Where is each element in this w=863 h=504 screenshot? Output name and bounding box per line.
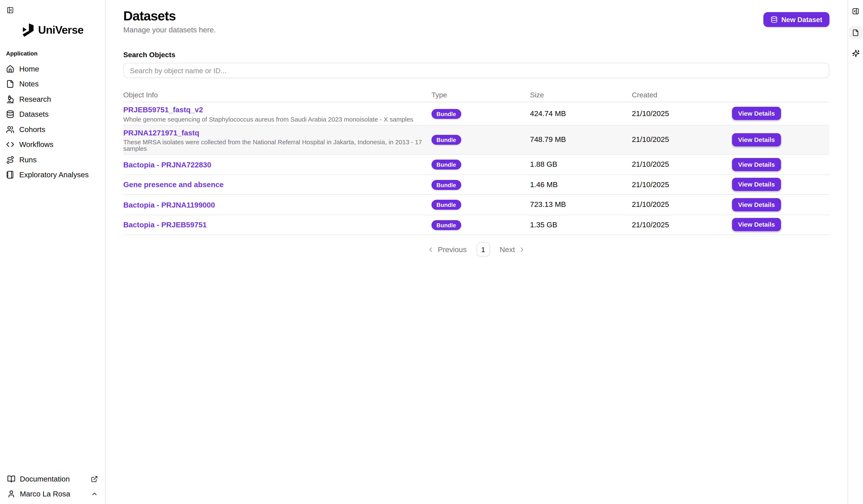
type-badge: Bundle xyxy=(432,200,461,210)
sidebar-item-cohorts[interactable]: Cohorts xyxy=(4,122,101,137)
object-link[interactable]: Gene presence and absence xyxy=(123,181,224,189)
user-name: Marco La Rosa xyxy=(20,490,70,498)
created-cell: 21/10/2025 xyxy=(632,200,732,209)
table-header: Object Info Type Size Created xyxy=(123,87,829,102)
page-heading-block: Datasets Manage your datasets here. xyxy=(123,8,216,34)
object-link[interactable]: Bactopia - PRJNA1199000 xyxy=(123,201,215,209)
next-page-button[interactable]: Next xyxy=(500,245,525,253)
size-cell: 723.13 MB xyxy=(530,200,632,209)
database-icon xyxy=(770,16,777,23)
user-icon xyxy=(7,490,15,498)
rail-ai-button[interactable] xyxy=(850,47,862,60)
sidebar-item-label: Exploratory Analyses xyxy=(19,171,89,179)
house-icon xyxy=(6,65,14,73)
view-details-button[interactable]: View Details xyxy=(732,107,781,120)
universe-logo-icon xyxy=(22,22,35,37)
sidebar-collapse-button[interactable] xyxy=(4,4,15,15)
app-root: UniVerse Application HomeNotesResearchDa… xyxy=(0,0,863,504)
table-row: PRJNA1271971_fastqThese MRSA isolates we… xyxy=(123,125,829,154)
code-icon xyxy=(6,140,14,149)
sidebar-nav: HomeNotesResearchDatasetsCohortsWorkflow… xyxy=(0,62,105,182)
right-rail xyxy=(848,0,863,504)
sparkles-icon xyxy=(852,50,860,58)
table-row: Bactopia - PRJNA1199000Bundle723.13 MB21… xyxy=(123,195,829,215)
external-link-icon xyxy=(91,475,98,482)
type-badge: Bundle xyxy=(432,160,461,170)
type-badge: Bundle xyxy=(432,180,461,190)
search-input[interactable] xyxy=(123,63,829,78)
sidebar-item-notes[interactable]: Notes xyxy=(4,77,101,91)
file-icon xyxy=(6,80,14,88)
search-label: Search Objects xyxy=(123,51,829,59)
current-page-button[interactable]: 1 xyxy=(476,242,490,256)
type-badge: Bundle xyxy=(432,109,461,119)
sidebar-item-exploratory-analyses[interactable]: Exploratory Analyses xyxy=(4,167,101,182)
page-subtitle: Manage your datasets here. xyxy=(123,26,216,34)
object-description: These MRSA isolates were collected from … xyxy=(123,139,432,152)
sidebar-item-label: Home xyxy=(19,65,39,73)
chevron-up-icon xyxy=(91,490,98,497)
view-details-button[interactable]: View Details xyxy=(732,158,781,171)
view-details-button[interactable]: View Details xyxy=(732,218,781,231)
column-header-created: Created xyxy=(632,91,732,99)
sidebar-item-label: Cohorts xyxy=(19,125,46,133)
object-link[interactable]: PRJNA1271971_fastq xyxy=(123,128,199,137)
rail-files-button[interactable] xyxy=(849,26,862,39)
created-cell: 21/10/2025 xyxy=(632,160,732,168)
object-link[interactable]: Bactopia - PRJNA722830 xyxy=(123,161,211,169)
sidebar: UniVerse Application HomeNotesResearchDa… xyxy=(0,0,106,504)
brand-name: UniVerse xyxy=(38,23,84,36)
object-description: Whole genome sequencing of Staphylococcu… xyxy=(123,116,432,122)
datasets-table: Object Info Type Size Created PRJEB59751… xyxy=(123,87,829,235)
created-cell: 21/10/2025 xyxy=(632,220,732,229)
view-details-button[interactable]: View Details xyxy=(732,178,781,191)
sidebar-item-label: Research xyxy=(19,95,51,103)
created-cell: 21/10/2025 xyxy=(632,109,732,117)
pagination: Previous 1 Next xyxy=(123,242,829,256)
main-content: Datasets Manage your datasets here. New … xyxy=(106,0,848,504)
brand-logo[interactable]: UniVerse xyxy=(0,22,105,37)
previous-page-button[interactable]: Previous xyxy=(427,245,467,253)
users-icon xyxy=(6,125,14,133)
panel-right-close-icon xyxy=(852,7,859,14)
sidebar-item-label: Runs xyxy=(19,155,37,164)
documentation-label: Documentation xyxy=(20,475,70,483)
table-body: PRJEB59751_fastq_v2Whole genome sequenci… xyxy=(123,102,829,235)
file-icon xyxy=(852,29,859,36)
chevron-right-icon xyxy=(518,246,525,253)
user-menu[interactable]: Marco La Rosa xyxy=(5,487,100,502)
sidebar-section-label: Application xyxy=(6,50,105,56)
sidebar-footer: Documentation Marco La Rosa xyxy=(0,471,105,501)
chevron-left-icon xyxy=(427,246,435,253)
new-dataset-label: New Dataset xyxy=(781,16,822,24)
route-icon xyxy=(6,155,14,164)
column-header-type: Type xyxy=(432,91,530,99)
sidebar-item-workflows[interactable]: Workflows xyxy=(4,137,101,152)
new-dataset-button[interactable]: New Dataset xyxy=(763,12,829,27)
type-badge: Bundle xyxy=(432,135,461,145)
sidebar-item-home[interactable]: Home xyxy=(4,62,101,76)
next-label: Next xyxy=(500,245,515,253)
object-link[interactable]: PRJEB59751_fastq_v2 xyxy=(123,106,203,114)
panel-left-close-icon xyxy=(6,6,13,13)
rail-collapse-button[interactable] xyxy=(850,5,862,17)
size-cell: 748.79 MB xyxy=(530,136,632,144)
created-cell: 21/10/2025 xyxy=(632,136,732,144)
view-details-button[interactable]: View Details xyxy=(732,133,781,146)
view-details-button[interactable]: View Details xyxy=(732,198,781,211)
object-link[interactable]: Bactopia - PRJEB59751 xyxy=(123,221,207,229)
table-row: Gene presence and absenceBundle1.46 MB21… xyxy=(123,175,829,195)
sidebar-item-label: Datasets xyxy=(19,110,49,118)
type-badge: Bundle xyxy=(432,220,461,230)
size-cell: 1.88 GB xyxy=(530,160,632,168)
book-open-icon xyxy=(7,475,15,483)
sidebar-item-runs[interactable]: Runs xyxy=(4,152,101,167)
sidebar-item-label: Notes xyxy=(19,80,39,88)
size-cell: 424.74 MB xyxy=(530,109,632,117)
size-cell: 1.46 MB xyxy=(530,180,632,189)
sidebar-item-research[interactable]: Research xyxy=(4,92,101,106)
sidebar-item-documentation[interactable]: Documentation xyxy=(5,471,100,487)
page-title: Datasets xyxy=(123,8,216,23)
sidebar-item-datasets[interactable]: Datasets xyxy=(4,107,101,121)
microscope-icon xyxy=(6,95,14,103)
